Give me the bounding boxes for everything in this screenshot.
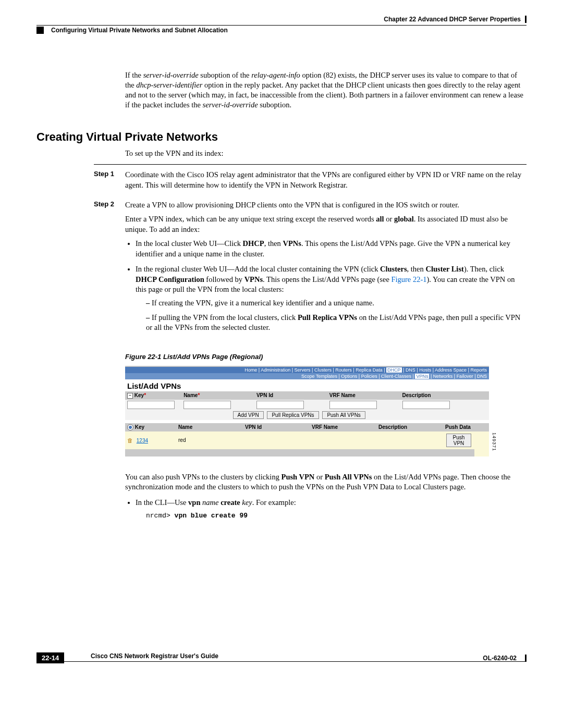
push-vpn-button[interactable]: Push VPN [446,434,471,447]
section-marker [36,27,44,34]
push-all-button[interactable]: Push All VPNs [322,411,365,419]
step1-text: Coordinate with the Cisco IOS relay agen… [125,170,527,190]
section-path: Configuring Virtual Private Networks and… [51,27,228,34]
bullet-regional-cluster: In the regional cluster Web UI—Add the l… [136,264,527,332]
desc-input[interactable] [402,401,450,409]
add-vpn-table: − Key* Name* VPN Id VRF Name Description… [125,391,489,420]
figure-id: 149371 [492,433,497,451]
step2-para2: Enter a VPN index, which can be any uniq… [125,214,527,235]
cli-example: nrcmd> vpn blue create 99 [146,511,527,521]
step1-label: Step 1 [94,170,125,194]
figure-caption: Figure 22-1 List/Add VPNs Page (Regional… [125,353,527,361]
bullet-local-cluster: In the local cluster Web UI—Click DHCP, … [136,239,527,259]
name-input[interactable] [183,401,231,409]
dash-pull-vpn: If pulling the VPN from the local cluste… [146,313,527,333]
subnav: Scope Templates | Options | Policies | C… [125,373,489,379]
cli-bullet: In the CLI—Use vpn name create key. For … [136,498,527,520]
section-heading: Creating Virtual Private Networks [36,130,527,144]
subnav-active[interactable]: VPNs [415,374,429,379]
guide-title: Cisco CNS Network Registrar User's Guide [91,652,527,660]
trash-icon[interactable]: 🗑 [127,437,133,443]
webui-title: List/Add VPNs [127,381,489,390]
push-vpn-paragraph: You can also push VPNs to the clusters b… [125,472,527,492]
vpn-name-cell: red [176,431,243,449]
chapter-title: Chapter 22 Advanced DHCP Server Properti… [36,16,521,23]
dash-create-vpn: If creating the VPN, give it a numerical… [146,298,527,309]
intro-paragraph: If the server-id-override suboption of t… [125,70,527,109]
lead-sentence: To set up the VPN and its index: [125,149,527,158]
step2-label: Step 2 [94,200,125,338]
key-input[interactable] [127,401,175,409]
add-vpn-button[interactable]: Add VPN [233,411,264,419]
vpn-key-link[interactable]: 1234 [137,438,148,443]
header-end-bar [525,16,527,23]
step2-text: Create a VPN to allow provisioning DHCP … [125,200,527,211]
sort-radio-icon[interactable] [127,424,133,430]
footer-end-bar [525,655,527,662]
table-row: 🗑 1234 red Push VPN [125,431,489,449]
page-number: 22-14 [36,652,64,663]
doc-id: OL-6240-02 [483,655,517,662]
figure-xref[interactable]: Figure 22-1 [391,275,426,283]
vpnid-input[interactable] [256,401,304,409]
topnav-active[interactable]: DHCP [386,367,402,373]
topnav: Home | Administration | Servers | Cluste… [125,366,489,373]
vpn-list-table: Key Name VPN Id VRF Name Description Pus… [125,420,489,456]
pull-replica-button[interactable]: Pull Replica VPNs [267,411,319,419]
vrf-input[interactable] [329,401,377,409]
figure-webui: Home | Administration | Servers | Cluste… [125,366,489,456]
